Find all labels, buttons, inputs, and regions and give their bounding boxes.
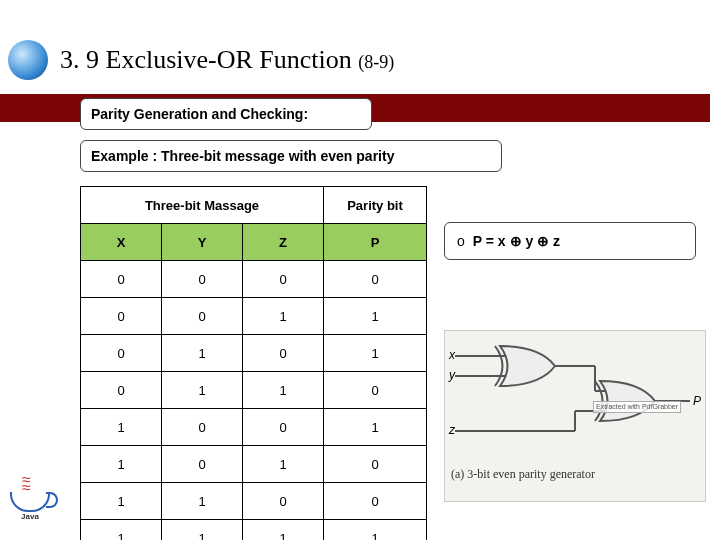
table-row: 1 0 1 0 — [81, 446, 427, 483]
title-suffix: (8-9) — [358, 52, 394, 72]
callout-example-text: Example : Three-bit message with even pa… — [91, 148, 394, 164]
formula-bullet: o — [457, 233, 465, 249]
table-row: 0 0 0 0 — [81, 261, 427, 298]
diagram-caption: (a) 3-bit even parity generator — [445, 465, 705, 484]
table-row: 1 1 1 1 — [81, 520, 427, 541]
svg-text:z: z — [448, 423, 456, 437]
xor-circuit-icon: x y z P — [445, 331, 705, 461]
table-row: 0 0 1 1 — [81, 298, 427, 335]
col-header-x: X — [81, 224, 162, 261]
col-header-p: P — [324, 224, 427, 261]
table-row: 0 1 1 0 — [81, 372, 427, 409]
col-header-y: Y — [162, 224, 243, 261]
java-label: Java — [8, 512, 52, 521]
table-row: 1 1 0 0 — [81, 483, 427, 520]
watermark-text: Extracted with PdfGrabber — [593, 401, 681, 413]
formula-text: P = x ⊕ y ⊕ z — [473, 233, 560, 249]
formula-box: o P = x ⊕ y ⊕ z — [444, 222, 696, 260]
page-title: 3. 9 Exclusive-OR Function (8-9) — [60, 45, 394, 75]
col-header-z: Z — [243, 224, 324, 261]
group-header-message: Three-bit Massage — [81, 187, 324, 224]
svg-text:y: y — [448, 368, 456, 382]
globe-icon — [8, 40, 48, 80]
callout-example: Example : Three-bit message with even pa… — [80, 140, 502, 172]
group-header-parity: Parity bit — [324, 187, 427, 224]
title-main: 3. 9 Exclusive-OR Function — [60, 45, 352, 74]
table-row: 0 1 0 1 — [81, 335, 427, 372]
svg-text:x: x — [448, 348, 456, 362]
java-logo-icon: ≈≈ Java — [8, 476, 52, 532]
svg-text:P: P — [693, 394, 701, 408]
callout-parity-text: Parity Generation and Checking: — [91, 106, 308, 122]
circuit-diagram: x y z P Extracted with PdfGrabber (a) 3-… — [444, 330, 706, 502]
table-row: 1 0 0 1 — [81, 409, 427, 446]
callout-parity: Parity Generation and Checking: — [80, 98, 372, 130]
parity-table: Three-bit Massage Parity bit X Y Z P 0 0… — [80, 186, 427, 540]
